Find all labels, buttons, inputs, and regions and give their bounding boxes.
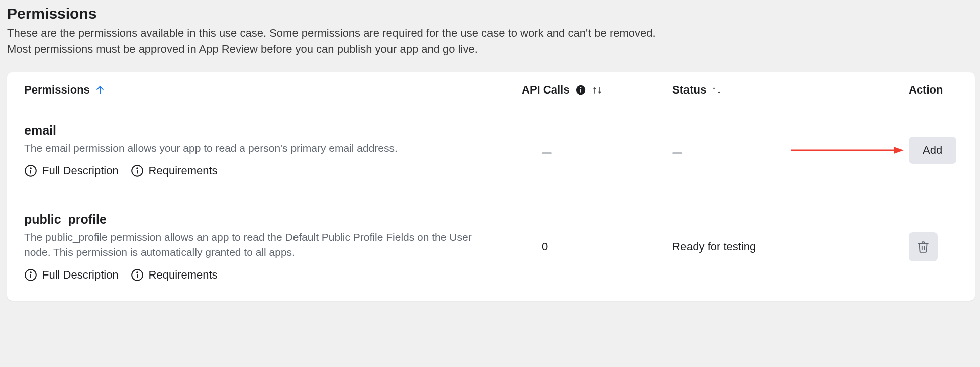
full-description-label: Full Description xyxy=(42,164,119,177)
permissions-table: Permissions API Calls ↑↓ Status ↑↓ Actio… xyxy=(7,72,975,301)
column-header-api-calls-label: API Calls xyxy=(522,83,569,97)
svg-point-6 xyxy=(30,168,31,169)
full-description-link[interactable]: Full Description xyxy=(24,164,119,177)
permission-name: public_profile xyxy=(24,212,522,227)
permission-links: Full Description Requirements xyxy=(24,268,522,282)
permission-name: email xyxy=(24,123,522,138)
svg-point-14 xyxy=(30,272,31,273)
svg-point-9 xyxy=(137,168,138,169)
page-description-line1: These are the permissions available in t… xyxy=(7,27,656,39)
requirements-link[interactable]: Requirements xyxy=(131,268,218,282)
add-button[interactable]: Add xyxy=(909,137,956,164)
info-outline-icon xyxy=(131,164,144,177)
column-header-permissions[interactable]: Permissions xyxy=(24,83,522,97)
info-outline-icon xyxy=(131,268,144,282)
requirements-label: Requirements xyxy=(149,268,218,282)
page-title: Permissions xyxy=(7,5,975,22)
empty-dash xyxy=(672,152,682,154)
svg-point-3 xyxy=(580,87,582,88)
column-header-api-calls[interactable]: API Calls ↑↓ xyxy=(522,83,672,97)
column-header-permissions-label: Permissions xyxy=(24,83,90,97)
permission-cell: public_profile The public_profile permis… xyxy=(24,212,522,282)
full-description-link[interactable]: Full Description xyxy=(24,268,119,282)
permission-description: The public_profile permission allows an … xyxy=(24,230,486,259)
status-cell xyxy=(672,144,909,157)
table-header-row: Permissions API Calls ↑↓ Status ↑↓ Actio… xyxy=(7,72,975,108)
sort-icon: ↑↓ xyxy=(711,84,721,96)
column-header-action-label: Action xyxy=(909,83,943,97)
table-row: email The email permission allows your a… xyxy=(7,108,975,197)
page-description: These are the permissions available in t… xyxy=(7,25,975,57)
sort-icon: ↑↓ xyxy=(592,84,602,96)
info-icon[interactable] xyxy=(575,84,586,96)
permission-cell: email The email permission allows your a… xyxy=(24,123,522,177)
page-header: Permissions These are the permissions av… xyxy=(7,5,975,57)
full-description-label: Full Description xyxy=(42,268,119,282)
permission-links: Full Description Requirements xyxy=(24,164,522,177)
column-header-status-label: Status xyxy=(672,83,706,97)
action-cell xyxy=(909,232,958,261)
api-calls-cell: 0 xyxy=(522,240,672,253)
svg-rect-2 xyxy=(580,89,581,92)
column-header-action: Action xyxy=(909,83,958,97)
status-cell: Ready for testing xyxy=(672,240,909,253)
info-outline-icon xyxy=(24,268,37,282)
arrow-up-icon xyxy=(95,85,105,95)
column-header-status[interactable]: Status ↑↓ xyxy=(672,83,909,97)
page-description-line2: Most permissions must be approved in App… xyxy=(7,43,478,55)
trash-icon xyxy=(917,240,930,254)
api-calls-cell xyxy=(522,144,672,157)
action-cell: Add xyxy=(909,137,958,164)
empty-dash xyxy=(542,152,552,154)
requirements-label: Requirements xyxy=(149,164,218,177)
requirements-link[interactable]: Requirements xyxy=(131,164,218,177)
info-outline-icon xyxy=(24,164,37,177)
permission-description: The email permission allows your app to … xyxy=(24,141,486,155)
table-row: public_profile The public_profile permis… xyxy=(7,197,975,301)
svg-point-17 xyxy=(137,272,138,273)
delete-button[interactable] xyxy=(909,232,938,261)
